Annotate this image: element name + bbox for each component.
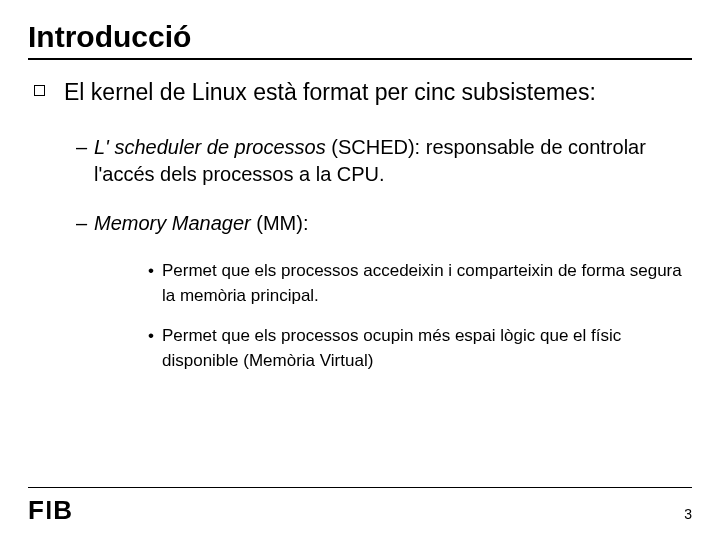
level3-list: • Permet que els processos accedeixin i … — [76, 259, 686, 374]
logo: FIB — [28, 495, 73, 526]
dash-bullet-icon: – — [76, 134, 94, 161]
level1-text: El kernel de Linux està format per cinc … — [64, 78, 596, 108]
level3-text: Permet que els processos accedeixin i co… — [162, 259, 686, 308]
bullet-level3: • Permet que els processos accedeixin i … — [148, 259, 686, 308]
bullet-level1: El kernel de Linux està format per cinc … — [34, 78, 686, 108]
level2-list: – L' scheduler de processos (SCHED): res… — [34, 134, 686, 374]
bullet-level2: – L' scheduler de processos (SCHED): res… — [76, 134, 686, 188]
bullet-level3: • Permet que els processos ocupin més es… — [148, 324, 686, 373]
dot-bullet-icon: • — [148, 259, 162, 284]
level3-text: Permet que els processos ocupin més espa… — [162, 324, 686, 373]
level2-text: L' scheduler de processos (SCHED): respo… — [94, 134, 686, 188]
italic-run: L' scheduler de processos — [94, 136, 326, 158]
page-number: 3 — [684, 506, 692, 522]
level2-text: Memory Manager (MM): — [94, 210, 308, 237]
slide-body: El kernel de Linux està format per cinc … — [28, 78, 692, 373]
dash-bullet-icon: – — [76, 210, 94, 237]
slide: Introducció El kernel de Linux està form… — [0, 0, 720, 540]
italic-run: Memory Manager — [94, 212, 251, 234]
text-run: (MM): — [251, 212, 309, 234]
footer-rule — [28, 487, 692, 488]
dot-bullet-icon: • — [148, 324, 162, 349]
slide-title: Introducció — [28, 20, 692, 60]
square-bullet-icon — [34, 85, 54, 98]
bullet-level2: – Memory Manager (MM): — [76, 210, 686, 237]
